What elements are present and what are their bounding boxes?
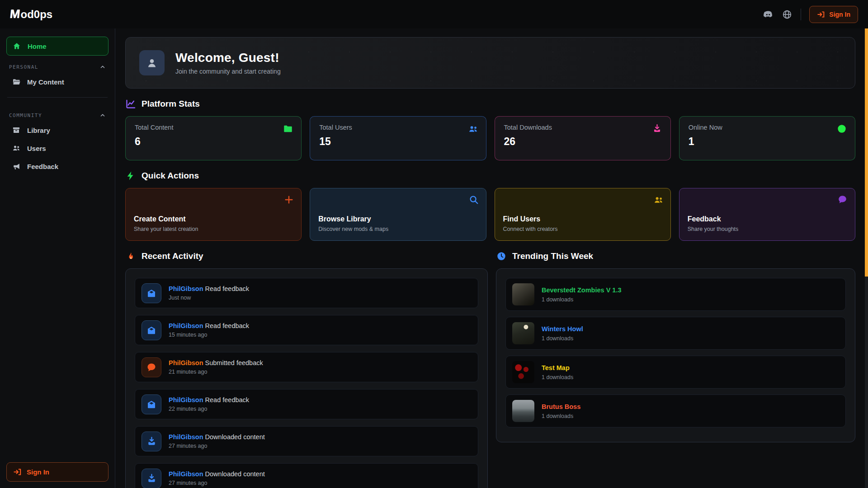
mail-open-icon (142, 283, 161, 303)
activity-action: Read feedback (205, 396, 250, 404)
stat-card-total-downloads: Total Downloads 26 (495, 116, 671, 160)
trending-title[interactable]: Winters Howl (542, 325, 583, 333)
activity-row[interactable]: PhilGibson Submitted feedback 21 minutes… (135, 352, 478, 382)
quick-action-browse-library[interactable]: Browse Library Discover new mods & maps (310, 188, 486, 241)
activity-user[interactable]: PhilGibson (169, 470, 203, 478)
welcome-text: Welcome, Guest! Join the community and s… (175, 51, 281, 75)
sidebar-item-users[interactable]: Users (6, 139, 108, 157)
discord-icon[interactable] (763, 9, 774, 20)
section-title: Recent Activity (142, 251, 203, 261)
trending-downloads: 1 downloads (542, 296, 622, 303)
download-icon (142, 469, 161, 488)
activity-time: 22 minutes ago (169, 406, 249, 412)
sidebar-item-feedback[interactable]: Feedback (6, 157, 108, 175)
quick-action-feedback[interactable]: Feedback Share your thoughts (679, 188, 855, 241)
avatar (139, 50, 165, 75)
stat-label: Total Downloads (504, 124, 661, 131)
sidebar-section-label: COMMUNITY (9, 113, 42, 118)
activity-text: PhilGibson Read feedback 22 minutes ago (169, 396, 249, 412)
activity-time: 21 minutes ago (169, 369, 263, 375)
activity-user[interactable]: PhilGibson (169, 359, 203, 366)
activity-time: 27 minutes ago (169, 480, 265, 486)
activity-row[interactable]: PhilGibson Read feedback Just now (135, 278, 478, 308)
activity-user[interactable]: PhilGibson (169, 396, 203, 404)
brand-logo-text: od0ps (21, 8, 53, 21)
trending-title[interactable]: Beverstedt Zombies V 1.3 (542, 286, 622, 294)
trending-row[interactable]: Brutus Boss 1 downloads (505, 394, 846, 427)
stat-label: Total Content (135, 124, 292, 131)
stat-label: Total Users (319, 124, 476, 131)
download-icon (142, 432, 161, 451)
section-title: Trending This Week (512, 251, 593, 261)
archive-icon (12, 126, 21, 135)
trending-row[interactable]: Test Map 1 downloads (505, 356, 846, 389)
sidebar-item-label: Home (28, 42, 47, 50)
trending-title[interactable]: Test Map (542, 364, 573, 371)
chevron-up-icon (99, 112, 106, 118)
sidebar-item-label: Feedback (27, 163, 58, 170)
activity-action: Submitted feedback (205, 359, 263, 366)
trending-text: Brutus Boss 1 downloads (542, 403, 580, 419)
sidebar-item-home[interactable]: Home (6, 37, 108, 56)
clock-icon (496, 251, 507, 262)
sidebar: Home PERSONAL My Content COMMUNITY (0, 28, 115, 488)
chart-line-icon (125, 99, 136, 109)
plus-icon (284, 195, 294, 205)
quick-action-find-users[interactable]: Find Users Connect with creators (495, 188, 671, 241)
login-icon (817, 10, 825, 19)
users-icon (653, 195, 663, 205)
sidebar-sign-in-label: Sign In (27, 468, 49, 476)
quick-action-create-content[interactable]: Create Content Share your latest creatio… (125, 188, 302, 241)
scrollbar-thumb[interactable] (865, 28, 868, 277)
activity-action: Downloaded content (205, 433, 265, 441)
quick-action-title: Feedback (688, 215, 847, 223)
chevron-up-icon (99, 64, 106, 70)
sidebar-spacer (6, 175, 108, 462)
circle-icon (837, 124, 847, 134)
activity-action: Downloaded content (205, 470, 265, 478)
sidebar-item-my-content[interactable]: My Content (6, 73, 108, 91)
users-icon (12, 144, 21, 153)
mail-open-icon (142, 394, 161, 414)
activity-user[interactable]: PhilGibson (169, 433, 203, 441)
quick-action-title: Create Content (134, 215, 293, 223)
trending-title[interactable]: Brutus Boss (542, 403, 580, 410)
stat-card-total-users: Total Users 15 (310, 116, 486, 160)
quick-actions-grid: Create Content Share your latest creatio… (125, 188, 855, 241)
login-icon (13, 468, 22, 476)
sidebar-section-community[interactable]: COMMUNITY (9, 112, 106, 118)
recent-activity-panel: PhilGibson Read feedback Just now PhilGi… (125, 268, 488, 488)
activity-row[interactable]: PhilGibson Read feedback 22 minutes ago (135, 389, 478, 419)
trending-thumbnail (512, 283, 534, 305)
welcome-title: Welcome, Guest! (175, 51, 281, 65)
trending-row[interactable]: Winters Howl 1 downloads (505, 317, 846, 350)
sidebar-item-library[interactable]: Library (6, 121, 108, 139)
activity-row[interactable]: PhilGibson Downloaded content 27 minutes… (135, 463, 478, 488)
stat-value: 1 (689, 136, 846, 148)
quick-action-title: Find Users (503, 215, 662, 223)
header-actions: Sign In (763, 6, 858, 23)
lightning-icon (125, 170, 136, 181)
brand-logo[interactable]: Mod0ps (10, 7, 52, 21)
activity-row[interactable]: PhilGibson Downloaded content 27 minutes… (135, 426, 478, 456)
activity-user[interactable]: PhilGibson (169, 285, 203, 292)
sidebar-sign-in-button[interactable]: Sign In (6, 462, 108, 482)
trending-header: Trending This Week (496, 251, 855, 262)
activity-text: PhilGibson Downloaded content 27 minutes… (169, 470, 265, 486)
trending-row[interactable]: Beverstedt Zombies V 1.3 1 downloads (505, 278, 846, 311)
activity-time: 27 minutes ago (169, 443, 265, 449)
activity-row[interactable]: PhilGibson Read feedback 15 minutes ago (135, 315, 478, 345)
scrollbar-track[interactable] (865, 28, 868, 488)
activity-user[interactable]: PhilGibson (169, 322, 203, 329)
activity-text: PhilGibson Downloaded content 27 minutes… (169, 433, 265, 449)
stat-value: 26 (504, 136, 661, 148)
home-icon (12, 42, 21, 51)
chat-icon (838, 195, 848, 205)
globe-icon[interactable] (782, 9, 793, 20)
trending-text: Test Map 1 downloads (542, 364, 573, 380)
users-icon (468, 124, 478, 134)
sidebar-section-personal[interactable]: PERSONAL (9, 64, 106, 70)
app-root: Mod0ps Sign In Home (0, 0, 868, 488)
trending-downloads: 1 downloads (542, 413, 580, 419)
header-sign-in-button[interactable]: Sign In (809, 6, 858, 23)
